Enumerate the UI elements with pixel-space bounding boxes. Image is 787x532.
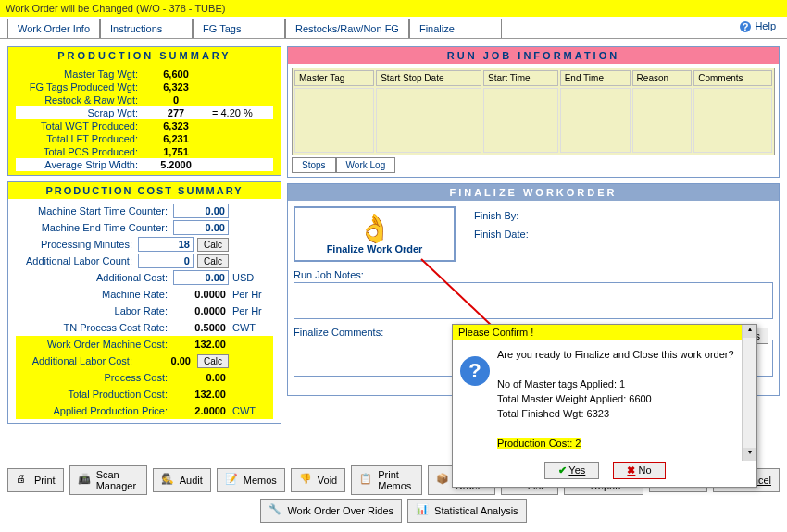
rji-col: Reason: [632, 70, 693, 86]
svg-text:?: ?: [743, 21, 749, 32]
pcs-input[interactable]: [173, 220, 229, 235]
calc-button[interactable]: Calc: [197, 238, 229, 252]
pcs-row: Processing Minutes:Calc: [16, 236, 273, 253]
ps-header: PRODUCTION SUMMARY: [8, 47, 281, 64]
tab-fg-tags[interactable]: FG Tags: [193, 19, 285, 38]
pcs-row: Machine Rate:0.0000Per Hr: [16, 286, 273, 303]
box-icon: 📦: [436, 473, 451, 488]
confirm-question: Are you ready to Finalize and Close this…: [497, 347, 749, 362]
scroll-up-icon[interactable]: ▴: [743, 325, 756, 338]
pcs-input[interactable]: [138, 237, 194, 252]
void-icon: 👎: [299, 473, 314, 488]
tab-instructions[interactable]: Instructions: [100, 19, 193, 38]
pcs-row: Additional Labor Count:Calc: [16, 253, 273, 269]
subtab-worklog[interactable]: Work Log: [336, 157, 396, 173]
window-title: Work Order will be Changed (W/O - 378 - …: [0, 0, 787, 17]
memo-icon: 📝: [225, 473, 240, 488]
confirm-scrollbar[interactable]: ▴ ▾: [742, 325, 756, 461]
tab-restocks[interactable]: Restocks/Raw/Non FG: [285, 19, 409, 38]
rji-header: RUN JOB INFORMATION: [288, 47, 779, 64]
pcs-row: Work Order Machine Cost:132.00: [16, 336, 273, 353]
pcs-row: Additional Labor Cost:0.00Calc: [16, 353, 273, 369]
rji-col: Master Tag: [294, 70, 374, 86]
help-icon: ?: [739, 20, 752, 33]
scanner-icon: 📠: [78, 473, 93, 488]
rji-col: Start Stop Date: [376, 70, 481, 86]
subtab-stops[interactable]: Stops: [292, 157, 336, 173]
print-memos-button[interactable]: 📋Print Memos: [351, 465, 422, 495]
wo-overrides-button[interactable]: 🔧Work Order Over Rides: [260, 499, 402, 523]
ps-row: Total LFT Produced:6,231: [16, 132, 273, 145]
confirm-no-button[interactable]: ✖ No: [613, 462, 665, 479]
pcs-row: Machine Start Time Counter:: [16, 203, 273, 219]
pcs-row: Process Cost:0.00: [16, 369, 273, 386]
ps-row: Total PCS Produced:1,751: [16, 145, 273, 158]
tab-row: Work Order Info Instructions FG Tags Res…: [0, 17, 787, 39]
calc-button[interactable]: Calc: [197, 354, 229, 368]
void-button[interactable]: 👎Void: [291, 468, 345, 492]
confirm-line1: No of Master tags Applied: 1: [497, 377, 749, 391]
statistical-button[interactable]: 📊Statistical Analysis: [407, 499, 526, 523]
ps-row: Scrap Wgt:277= 4.20 %: [16, 106, 273, 119]
ok-hand-icon: 👌: [301, 214, 448, 243]
confirm-title: Please Confirm !: [453, 325, 756, 340]
ps-row: FG Tags Produced Wgt:6,323: [16, 80, 273, 93]
audit-button[interactable]: 🕵Audit: [153, 468, 211, 492]
finish-date-label: Finish Date:: [474, 225, 773, 243]
tab-wo-info[interactable]: Work Order Info: [7, 19, 100, 38]
pcs-header: PRODUCTION COST SUMMARY: [8, 182, 281, 199]
production-cost-panel: PRODUCTION COST SUMMARY Machine Start Ti…: [7, 181, 281, 424]
scan-manager-button[interactable]: 📠Scan Manager: [69, 465, 147, 495]
rji-col: End Time: [560, 70, 631, 86]
printer-icon: 🖨: [16, 473, 31, 488]
run-job-info-panel: RUN JOB INFORMATION Master TagStart Stop…: [287, 46, 780, 178]
run-job-notes-input[interactable]: [294, 282, 773, 319]
ps-row: Restock & Raw Wgt:0: [16, 93, 273, 106]
audit-icon: 🕵: [161, 473, 176, 488]
pcs-row: Additional Cost:USD: [16, 269, 273, 286]
help-link[interactable]: ? Help: [739, 20, 776, 33]
pcs-row: Total Production Cost:132.00: [16, 386, 273, 402]
confirm-line2: Total Master Weight Applied: 6600: [497, 391, 749, 406]
pcs-row: Applied Production Price:2.0000CWT: [16, 402, 273, 419]
ps-row: Master Tag Wgt:6,600: [16, 68, 273, 80]
tab-finalize[interactable]: Finalize: [409, 19, 502, 38]
chart-icon: 📊: [416, 503, 431, 518]
rji-col: Comments: [693, 70, 772, 86]
print-button[interactable]: 🖨Print: [7, 468, 64, 492]
production-summary-panel: PRODUCTION SUMMARY Master Tag Wgt:6,600F…: [7, 46, 281, 176]
ps-row: Average Strip Width:5.2000: [16, 158, 273, 171]
ps-row: Total WGT Produced:6,323: [16, 119, 273, 132]
override-icon: 🔧: [269, 503, 283, 518]
pcs-input[interactable]: [138, 254, 194, 268]
confirm-line3: Total Finished Wgt: 6323: [497, 406, 749, 421]
print-memos-icon: 📋: [359, 473, 374, 488]
pcs-input[interactable]: [173, 204, 229, 218]
pcs-row: Machine End Time Counter:: [16, 219, 273, 236]
fw-header: FINALIZE WORKORDER: [288, 184, 779, 201]
confirm-prod-cost: Production Cost: 2: [497, 438, 581, 449]
memos-button[interactable]: 📝Memos: [217, 468, 285, 492]
pcs-input[interactable]: [173, 270, 229, 285]
rji-col: Start Time: [483, 70, 558, 86]
confirm-dialog: Please Confirm ! ? Are you ready to Fina…: [452, 324, 757, 488]
confirm-yes-button[interactable]: ✔ Yes: [544, 462, 600, 479]
pcs-row: TN Process Cost Rate:0.5000CWT: [16, 319, 273, 336]
scroll-down-icon[interactable]: ▾: [743, 448, 756, 461]
finish-by-label: Finish By:: [474, 206, 773, 225]
calc-button[interactable]: Calc: [197, 254, 229, 268]
question-icon: ?: [460, 356, 490, 386]
rji-table: Master TagStart Stop DateStart TimeEnd T…: [292, 68, 775, 155]
finalize-wo-button[interactable]: 👌 Finalize Work Order: [294, 206, 456, 262]
run-job-notes-label: Run Job Notes:: [294, 269, 773, 280]
pcs-row: Labor Rate:0.0000Per Hr: [16, 303, 273, 319]
